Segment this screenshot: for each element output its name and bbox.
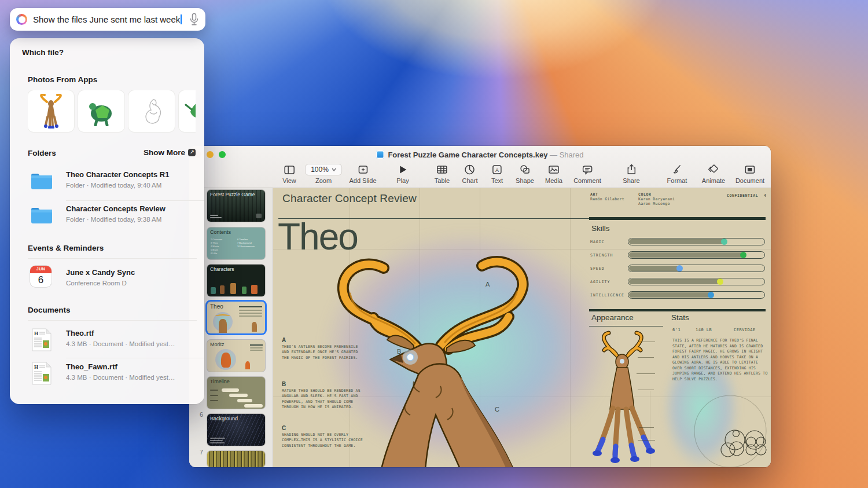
marker-b: B <box>397 348 401 355</box>
rtf-file-icon: H <box>31 361 52 386</box>
text-caret <box>181 14 182 24</box>
photos-section-title: Photos From Apps <box>28 75 97 84</box>
svg-text:H: H <box>34 331 38 336</box>
slide-thumb-5[interactable]: Moritz <box>207 340 265 372</box>
document-row-1[interactable]: H Theo.rtf 4.3 MB · Document · Modified … <box>28 325 197 355</box>
toolbar-comment-button[interactable]: Comment <box>573 163 601 184</box>
desktop: Forest Puzzle Game Character Concepts.ke… <box>0 0 868 488</box>
keynote-window: Forest Puzzle Game Character Concepts.ke… <box>189 146 771 467</box>
studio-logo <box>678 379 771 467</box>
credit-art: ART Ramón Gilabert <box>590 192 624 201</box>
event-row[interactable]: JUN 6 June x Candy Sync Conference Room … <box>28 264 197 293</box>
annotation-a: ATHEO'S ANTLERS BECOME PREHENSILE AND EX… <box>282 337 364 361</box>
keynote-app-icon <box>376 151 384 159</box>
slide-thumb-8[interactable] <box>207 451 265 467</box>
appearance-deer-illustration <box>586 328 661 467</box>
photo-thumb-turtle[interactable] <box>78 90 124 132</box>
window-title: Forest Puzzle Game Character Concepts.ke… <box>189 151 771 159</box>
document-row-2[interactable]: H Theo_Fawn.rtf 4.3 MB · Document · Modi… <box>28 359 197 389</box>
slide-canvas[interactable]: Character Concept Review ART Ramón Gilab… <box>273 188 771 467</box>
slide-thumb-2[interactable]: Contents 2 Overview 3 Theo 4 Moritz 5 Br… <box>207 228 265 259</box>
toolbar-format-button[interactable]: Format <box>667 163 687 184</box>
toolbar-play-button[interactable]: Play <box>396 163 409 184</box>
appearance-title: Appearance <box>591 313 634 322</box>
stat-weight: 140 LB <box>696 328 712 332</box>
toolbar-add-slide-button[interactable]: Add Slide <box>349 163 376 184</box>
stat-species: CERVIDAE <box>734 328 756 332</box>
comment-icon <box>573 163 601 176</box>
toolbar-zoom-control[interactable]: 100% Zoom <box>305 163 342 184</box>
text-icon: A <box>491 163 503 176</box>
photos-row <box>28 90 196 133</box>
skill-row-intelligence: INTELLIGENCE <box>590 291 765 299</box>
annotation-b: BMATURE THEO SHOULD BE RENDERED AS ANGUL… <box>282 381 364 410</box>
photo-thumb-dragon[interactable] <box>179 90 196 132</box>
toolbar-shape-button[interactable]: Shape <box>516 163 534 184</box>
assistant-query-input[interactable]: Show the files June sent me last week <box>33 14 189 24</box>
arrow-up-right-icon: ↗ <box>188 149 196 156</box>
toolbar-share-button[interactable]: Share <box>623 163 639 184</box>
toolbar-animate-button[interactable]: Animate <box>702 163 725 184</box>
rtf-file-icon: H <box>31 328 52 352</box>
confidential-label: CONFIDENTIAL <box>727 193 758 198</box>
calendar-icon: JUN 6 <box>30 266 52 287</box>
window-titlebar[interactable]: Forest Puzzle Game Character Concepts.ke… <box>189 146 771 188</box>
skill-row-strength: STRENGTH <box>590 251 765 259</box>
photo-thumb-deer[interactable] <box>28 90 74 132</box>
documents-section-title: Documents <box>28 306 71 314</box>
credit-color: COLOR Karan Daryanani Aaron Musengo <box>638 192 675 206</box>
photo-thumb-sketch[interactable] <box>128 90 175 132</box>
marker-a: A <box>486 281 490 288</box>
show-more-button[interactable]: Show More↗ <box>144 148 196 157</box>
mic-icon[interactable] <box>189 13 199 26</box>
events-section-title: Events & Reminders <box>28 244 104 252</box>
slide-thumb-6[interactable]: Timeline <box>207 377 265 409</box>
toolbar-document-button[interactable]: Document <box>735 163 764 184</box>
folder-icon <box>30 206 53 225</box>
slide-title[interactable]: Theo <box>278 215 358 258</box>
format-icon <box>667 163 687 176</box>
folder-row-2[interactable]: Character Concepts Review Folder · Modif… <box>28 201 197 231</box>
folders-section-title: Folders <box>28 149 56 157</box>
add-slide-icon <box>349 163 376 176</box>
stat-height: 6'1 <box>672 328 681 332</box>
contents-list-right: 6 Timeline 7 Background 10 Environments <box>237 238 255 248</box>
slide-number: 6 <box>200 411 203 418</box>
shape-icon <box>516 163 534 176</box>
slide-thumb-7[interactable]: Background <box>207 414 265 446</box>
toolbar-text-button[interactable]: A Text <box>491 163 503 184</box>
toolbar-table-button[interactable]: Table <box>435 163 450 184</box>
share-icon <box>623 163 639 176</box>
slide-number: 7 <box>200 449 203 456</box>
measure-line <box>637 373 655 374</box>
measure-line <box>638 357 654 358</box>
toolbar-media-button[interactable]: Media <box>545 163 562 184</box>
slide-page-number: 4 <box>764 193 767 198</box>
folder-row-1[interactable]: Theo Character Concepts R1 Folder · Modi… <box>28 167 197 197</box>
animate-icon <box>702 163 725 176</box>
measure-line <box>639 427 654 428</box>
toolbar-chart-button[interactable]: Chart <box>462 163 478 184</box>
chart-icon <box>462 163 478 176</box>
slide-thumb-4-selected[interactable]: Theo <box>207 302 265 333</box>
stats-description: THIS IS A REFERENCE FOR THEO'S FINAL STA… <box>672 338 770 382</box>
svg-text:H: H <box>34 364 38 370</box>
skills-title: Skills <box>591 224 610 233</box>
table-icon <box>435 163 450 176</box>
toolbar-view-button[interactable]: View <box>282 163 296 184</box>
assistant-search-bar[interactable]: Show the files June sent me last week <box>10 8 205 31</box>
play-icon <box>396 163 409 176</box>
contents-list-left: 2 Overview 3 Theo 4 Moritz 5 Bram 6 Lill… <box>211 238 222 255</box>
measure-line <box>638 440 655 441</box>
measure-line <box>638 390 654 390</box>
view-icon <box>282 163 296 176</box>
document-icon <box>735 163 764 176</box>
media-icon <box>545 163 562 176</box>
slide-thumb-3[interactable]: Characters <box>207 265 265 296</box>
skill-row-magic: MAGIC <box>590 238 765 246</box>
slide-thumb-1[interactable]: Forest Puzzle Game <box>207 190 265 222</box>
measure-line <box>638 342 655 342</box>
assistant-results-panel: Which file? Photos From Apps <box>10 38 204 404</box>
svg-text:A: A <box>495 167 499 173</box>
zoom-dropdown[interactable]: 100% <box>305 164 342 175</box>
